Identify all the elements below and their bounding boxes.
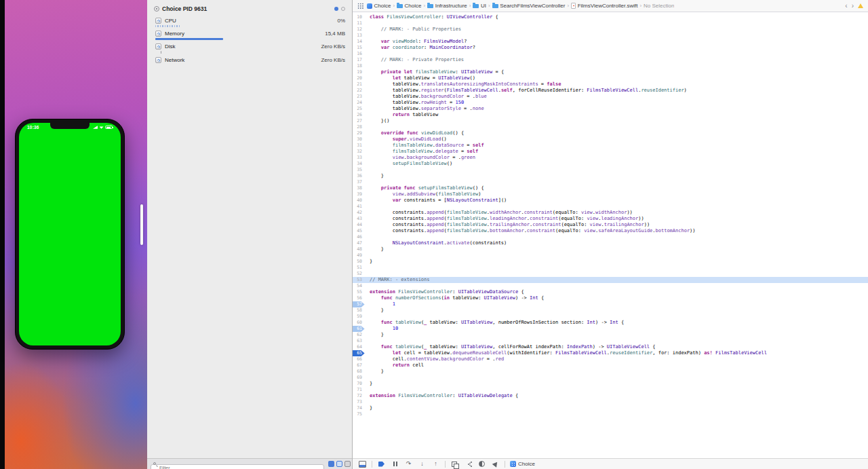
line-number[interactable]: 41	[353, 204, 365, 210]
iphone-simulator[interactable]: 10:36	[15, 119, 125, 350]
breakpoint[interactable]: 65	[353, 350, 365, 356]
code-line[interactable]: 71	[353, 387, 868, 393]
warning-icon[interactable]	[858, 3, 863, 8]
line-number[interactable]: 55	[353, 289, 365, 295]
code-line[interactable]: 63	[353, 338, 868, 344]
filter-options-icon[interactable]	[344, 461, 351, 467]
memory-graph-icon[interactable]	[464, 460, 473, 468]
line-number[interactable]: 72	[353, 393, 365, 399]
code-line[interactable]: 36 }	[353, 173, 868, 179]
background-window-scrollbar[interactable]	[140, 204, 143, 245]
code-line[interactable]: 34 setupFilmsTableView()	[353, 161, 868, 167]
line-number[interactable]: 15	[353, 45, 365, 51]
line-number[interactable]: 40	[353, 198, 365, 204]
line-number[interactable]: 14	[353, 39, 365, 45]
code-line[interactable]: 54	[353, 283, 868, 289]
code-line[interactable]: 68 }	[353, 369, 868, 375]
line-number[interactable]: 71	[353, 387, 365, 393]
code-line[interactable]: 45 constraints.append(filmsTableView.bot…	[353, 228, 868, 234]
line-number[interactable]: 51	[353, 265, 365, 271]
line-number[interactable]: 69	[353, 375, 365, 381]
simulate-location-icon[interactable]	[491, 460, 500, 468]
line-number[interactable]: 21	[353, 81, 365, 88]
line-number[interactable]: 16	[353, 51, 365, 57]
code-line[interactable]: 62 }	[353, 332, 868, 338]
line-number[interactable]: 20	[353, 75, 365, 81]
code-line[interactable]: 75	[353, 411, 868, 417]
code-line[interactable]: 70}	[353, 381, 868, 387]
code-line[interactable]: 30 super.viewDidLoad()	[353, 136, 868, 143]
step-out-icon[interactable]	[431, 460, 440, 468]
code-line[interactable]: 40 var constraints = [NSLayoutConstraint…	[353, 198, 868, 204]
code-line[interactable]: 49	[353, 252, 868, 259]
gauge-row-cpu[interactable]: CPU0%	[147, 15, 352, 24]
line-number[interactable]: 34	[353, 161, 365, 167]
line-number[interactable]: 19	[353, 69, 365, 75]
code-line[interactable]: 26 return tableView	[353, 112, 868, 118]
code-line[interactable]: 74}	[353, 405, 868, 411]
code-line[interactable]: 24 tableView.rowHeight = 150	[353, 100, 868, 106]
code-line[interactable]: 14 var viewModel: FilmsViewModel?	[353, 39, 868, 45]
code-line[interactable]: 61 10	[353, 326, 868, 332]
breadcrumb-item[interactable]: Choice	[397, 3, 421, 9]
code-line[interactable]: 22 tableView.register(FilmsTableViewCell…	[353, 88, 868, 94]
code-line[interactable]: 52	[353, 271, 868, 277]
code-line[interactable]: 23 tableView.backgroundColor = .blue	[353, 94, 868, 100]
process-picker[interactable]: Choice	[510, 461, 535, 467]
line-number[interactable]: 38	[353, 185, 365, 191]
code-line[interactable]: 65 let cell = tableView.dequeueReusableC…	[353, 350, 868, 356]
code-line[interactable]: 38 private func setupFilmsTableView() {	[353, 185, 868, 191]
code-line[interactable]: 20 let tableView = UITableView()	[353, 75, 868, 81]
pause-icon[interactable]	[391, 460, 399, 468]
line-number[interactable]: 36	[353, 173, 365, 179]
chevron-right-icon[interactable]: ›	[852, 3, 854, 10]
breadcrumb-item[interactable]: UI	[473, 3, 486, 9]
line-number[interactable]: 28	[353, 124, 365, 130]
code-line[interactable]: 33 view.backgroundColor = .green	[353, 155, 868, 161]
line-number[interactable]: 63	[353, 338, 365, 344]
line-number[interactable]: 73	[353, 399, 365, 405]
code-line[interactable]: 10class FilmsViewController: UIViewContr…	[353, 14, 868, 20]
line-number[interactable]: 43	[353, 216, 365, 222]
code-line[interactable]: 28	[353, 124, 868, 130]
code-line[interactable]: 55extension FilmsViewController: UITable…	[353, 289, 868, 295]
code-line[interactable]: 44 constraints.append(filmsTableView.tra…	[353, 222, 868, 228]
code-line[interactable]: 15 var coordinator: MainCoordinator?	[353, 45, 868, 51]
line-number[interactable]: 11	[353, 20, 365, 26]
line-number[interactable]: 17	[353, 57, 365, 63]
code-line[interactable]: 72extension FilmsViewController: UITable…	[353, 393, 868, 399]
line-number[interactable]: 35	[353, 167, 365, 173]
code-line[interactable]: 11	[353, 20, 868, 26]
code-line[interactable]: 64 func tableView(_ tableView: UITableVi…	[353, 344, 868, 350]
code-line[interactable]: 17 // MARK: - Private Properties	[353, 57, 868, 63]
code-line[interactable]: 59	[353, 314, 868, 320]
code-line[interactable]: 51	[353, 265, 868, 271]
step-into-icon[interactable]	[418, 460, 427, 468]
line-number[interactable]: 67	[353, 362, 365, 369]
code-line[interactable]: 13	[353, 33, 868, 39]
breadcrumb-item[interactable]: Infrastructure	[427, 3, 467, 9]
code-line[interactable]: 58 }	[353, 307, 868, 314]
line-number[interactable]: 54	[353, 283, 365, 289]
code-line[interactable]: 19 private let filmsTableView: UITableVi…	[353, 69, 868, 75]
code-line[interactable]: 46	[353, 234, 868, 240]
filter-input[interactable]	[151, 464, 324, 469]
code-line[interactable]: 12 // MARK: - Public Properties	[353, 26, 868, 33]
line-number[interactable]: 49	[353, 252, 365, 259]
line-number[interactable]: 47	[353, 240, 365, 246]
related-items-icon[interactable]	[357, 3, 363, 9]
simulator-screen[interactable]: 10:36	[19, 123, 121, 345]
line-number[interactable]: 26	[353, 112, 365, 118]
debug-process-header[interactable]: Choice PID 9631	[147, 0, 352, 15]
line-number[interactable]: 33	[353, 155, 365, 161]
code-line[interactable]: 50}	[353, 259, 868, 265]
code-line[interactable]: 56 func numberOfSections(in tableView: U…	[353, 295, 868, 301]
line-number[interactable]: 25	[353, 106, 365, 112]
gauge-row-memory[interactable]: Memory15,4 MB	[147, 28, 352, 37]
line-number[interactable]: 75	[353, 411, 365, 417]
line-number[interactable]: 31	[353, 143, 365, 149]
breadcrumb-item[interactable]: FilmsViewController.swift	[571, 3, 637, 9]
line-number[interactable]: 27	[353, 118, 365, 124]
code-line[interactable]: 60 func tableView(_ tableView: UITableVi…	[353, 320, 868, 326]
breadcrumb-item[interactable]: Choice	[367, 3, 391, 9]
